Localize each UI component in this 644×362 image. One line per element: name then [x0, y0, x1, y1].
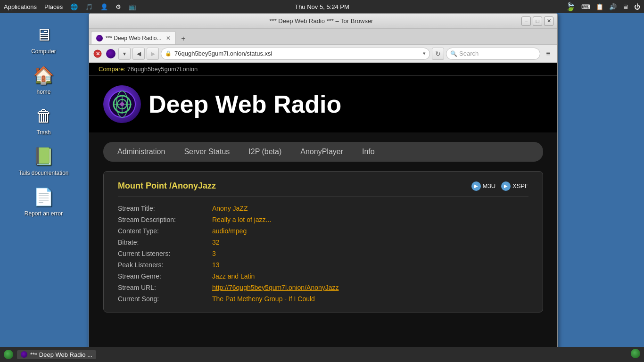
tab-label: *** Deep Web Radio... — [106, 35, 162, 41]
taskbar-icon-app3: ⚙ — [116, 3, 121, 10]
svg-text:✕: ✕ — [96, 51, 100, 57]
stream-card-header: Mount Point /AnonyJazz ▶ M3U ▶ XSPF — [118, 181, 528, 197]
site-header: Deep Web Radio — [89, 76, 557, 132]
search-icon: 🔍 — [450, 50, 457, 57]
browser-content[interactable]: Compare: 76qugh5bey5gum7l.onion Deep Web… — [89, 63, 557, 357]
m3u-play-icon: ▶ — [471, 181, 481, 191]
desktop-icon-computer[interactable]: 🖥 Computer — [31, 24, 56, 55]
field-label-6: Stream Genre: — [118, 272, 212, 280]
maximize-button[interactable]: □ — [533, 16, 542, 26]
bottom-taskbar-favicon — [21, 351, 27, 358]
nav-dropdown-button[interactable]: ▾ — [118, 48, 131, 60]
taskbar-places[interactable]: Places — [44, 3, 63, 10]
tab-close-button[interactable]: ✕ — [166, 35, 171, 41]
taskbar-clock: Thu Nov 5, 5:24 PM — [295, 3, 349, 10]
top-taskbar: Applications Places 🌐 🎵 👤 ⚙ 📺 Thu Nov 5,… — [0, 0, 644, 13]
taskbar-icon-monitor: 🖥 — [622, 3, 628, 10]
m3u-button[interactable]: ▶ M3U — [471, 181, 495, 191]
forward-button[interactable]: ▶ — [147, 48, 159, 60]
field-label-3: Bitrate: — [118, 239, 212, 246]
desktop-icon-trash[interactable]: 🗑 Trash — [33, 105, 55, 136]
taskbar-icon-app1: 🎵 — [85, 3, 93, 10]
field-value-0: Anony JaZZ — [212, 205, 528, 212]
taskbar-icon-clipboard: 📋 — [596, 3, 603, 10]
computer-label: Computer — [31, 48, 56, 55]
stream-info-table: Stream Title: Anony JaZZ Stream Descript… — [118, 205, 528, 303]
bottom-taskbar-browser-item[interactable]: *** Deep Web Radio ... — [17, 350, 96, 359]
field-value-1: Really a lot of jazz... — [212, 216, 528, 223]
taskbar-right: 🍃 ⌨ 📋 🔊 🖥 ⏻ — [565, 1, 640, 12]
stream-mount-title: Mount Point /AnonyJazz — [118, 181, 216, 191]
tor-icon — [105, 48, 116, 59]
field-value-6: Jazz and Latin — [212, 272, 528, 280]
browser-window: *** Deep Web Radio *** – Tor Browser – □… — [89, 13, 558, 357]
search-bar[interactable]: 🔍 Search — [446, 48, 540, 60]
field-value-2: audio/mpeg — [212, 227, 528, 235]
trash-icon: 🗑 — [33, 105, 55, 127]
compare-url-text: 76qugh5bey5gum7l.onion — [127, 66, 198, 73]
nav-item-info[interactable]: Info — [362, 148, 375, 156]
browser-titlebar: *** Deep Web Radio *** – Tor Browser – □… — [89, 14, 557, 29]
trash-label: Trash — [36, 129, 50, 136]
desktop-icon-report-error[interactable]: 📄 Report an error — [25, 186, 63, 217]
bottom-right-icon — [631, 349, 640, 358]
tab-favicon — [96, 35, 103, 41]
taskbar-icon-network: 🌐 — [70, 3, 78, 10]
new-tab-button[interactable]: + — [178, 33, 189, 44]
taskbar-icon-volume: 🔊 — [609, 3, 617, 10]
taskbar-icon-app4: 📺 — [129, 3, 136, 10]
report-error-icon: 📄 — [33, 186, 55, 208]
minimize-button[interactable]: – — [521, 16, 531, 26]
browser-window-title: *** Deep Web Radio *** – Tor Browser — [121, 17, 521, 25]
browser-tabbar: *** Deep Web Radio... ✕ + — [89, 29, 557, 45]
reload-button[interactable]: ↻ — [432, 48, 444, 60]
url-dropdown-icon[interactable]: ▾ — [423, 50, 426, 57]
field-value-4: 3 — [212, 250, 528, 257]
bottom-taskbar-globe-icon — [4, 350, 13, 359]
svg-point-8 — [120, 102, 124, 106]
browser-window-controls: – □ ✕ — [521, 16, 553, 26]
browser-tab-active[interactable]: *** Deep Web Radio... ✕ — [91, 31, 176, 44]
url-text: 76qugh5bey5gum7l.onion/status.xsl — [174, 50, 272, 57]
site-logo — [103, 85, 141, 123]
tails-docs-icon: 📗 — [33, 145, 55, 168]
browser-menu-button[interactable]: ≡ — [542, 48, 554, 60]
tails-docs-label: Tails documentation — [18, 170, 68, 176]
field-value-5: 13 — [212, 261, 528, 269]
computer-icon: 🖥 — [33, 24, 55, 46]
field-value-8: The Pat Metheny Group - If I Could — [212, 295, 528, 303]
desktop-icon-home[interactable]: 🏠 home — [33, 64, 55, 95]
stream-card: Mount Point /AnonyJazz ▶ M3U ▶ XSPF Stre… — [103, 171, 543, 313]
nav-item-i2p[interactable]: I2P (beta) — [248, 148, 281, 156]
nav-item-server-status[interactable]: Server Status — [184, 148, 230, 156]
taskbar-applications[interactable]: Applications — [4, 3, 37, 10]
field-value-7[interactable]: http://76qugh5bey5gum7l.onion/AnonyJazz — [212, 284, 528, 291]
back-button[interactable]: ◀ — [132, 48, 145, 60]
close-button[interactable]: ✕ — [544, 16, 553, 26]
desktop-icon-tails-docs[interactable]: 📗 Tails documentation — [18, 145, 68, 176]
search-placeholder: Search — [459, 50, 479, 57]
field-label-0: Stream Title: — [118, 205, 212, 212]
site-title: Deep Web Radio — [149, 90, 341, 118]
url-bar[interactable]: 🔒 76qugh5bey5gum7l.onion/status.xsl ▾ — [161, 48, 430, 60]
taskbar-icon-leaf: 🍃 — [565, 1, 576, 12]
nav-item-anonyplayer[interactable]: AnonyPlayer — [300, 148, 343, 156]
taskbar-icon-keyboard: ⌨ — [581, 3, 590, 10]
report-error-label: Report an error — [25, 210, 63, 217]
stream-actions: ▶ M3U ▶ XSPF — [471, 181, 528, 191]
desktop-icons: 🖥 Computer 🏠 home 🗑 Trash 📗 Tails docume… — [0, 14, 87, 226]
field-label-1: Stream Description: — [118, 216, 212, 223]
security-icon: ✕ — [92, 48, 103, 59]
taskbar-left: Applications Places 🌐 🎵 👤 ⚙ 📺 — [4, 3, 136, 10]
xspf-play-icon: ▶ — [501, 181, 511, 191]
m3u-label: M3U — [483, 182, 495, 189]
field-label-5: Peak Listeners: — [118, 261, 212, 269]
nav-item-administration[interactable]: Administration — [117, 148, 165, 156]
compare-label: Compare: — [99, 66, 125, 73]
url-lock-icon: 🔒 — [165, 50, 172, 57]
browser-navbar: ✕ ▾ ◀ ▶ 🔒 76qugh5bey5gum7l.onion/status.… — [89, 45, 557, 63]
compare-bar: Compare: 76qugh5bey5gum7l.onion — [89, 63, 557, 76]
xspf-button[interactable]: ▶ XSPF — [501, 181, 528, 191]
home-icon: 🏠 — [33, 64, 55, 87]
bottom-taskbar: *** Deep Web Radio ... — [0, 347, 644, 362]
